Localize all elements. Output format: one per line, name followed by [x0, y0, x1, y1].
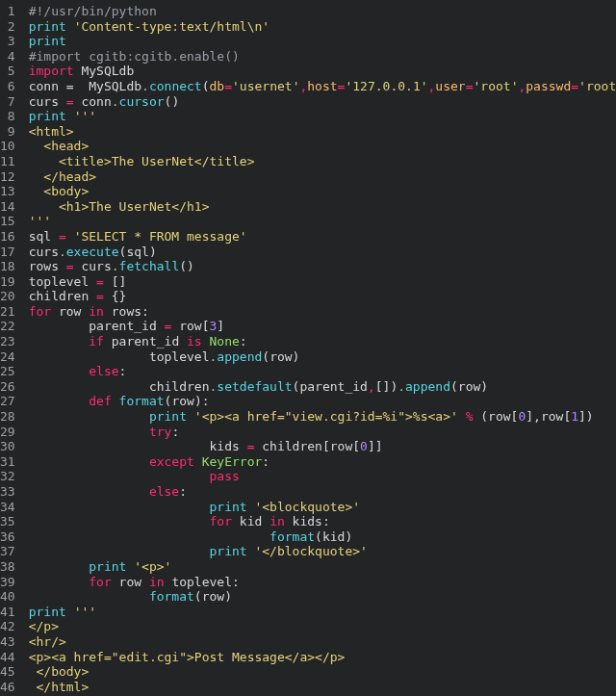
code-line[interactable]: print '<blockquote>' [29, 500, 616, 515]
line-number: 42 [0, 619, 15, 634]
code-editor[interactable]: 1234567891011121314151617181920212223242… [0, 0, 616, 696]
line-number: 4 [0, 49, 15, 64]
code-line[interactable]: else: [29, 364, 616, 379]
code-line[interactable]: if parent_id is None: [29, 334, 616, 349]
line-number: 19 [0, 274, 15, 290]
line-number: 21 [0, 304, 15, 320]
code-line[interactable]: print '</blockquote>' [29, 544, 616, 559]
line-number: 27 [0, 394, 15, 409]
line-number: 38 [0, 559, 15, 575]
code-line[interactable]: <h1>The UserNet</h1> [29, 199, 616, 215]
line-number: 32 [0, 469, 15, 484]
line-number: 13 [0, 184, 15, 199]
code-line[interactable]: conn = MySQLdb.connect(db='usernet',host… [29, 79, 616, 94]
code-line[interactable]: import MySQLdb [29, 64, 616, 79]
line-number: 11 [0, 154, 15, 169]
line-number: 6 [0, 79, 15, 94]
line-number: 44 [0, 650, 15, 665]
line-number: 33 [0, 484, 15, 500]
line-number: 14 [0, 199, 15, 215]
line-number: 31 [0, 454, 15, 470]
line-number: 18 [0, 259, 15, 274]
code-line[interactable]: curs.execute(sql) [29, 245, 616, 260]
line-number: 28 [0, 409, 15, 425]
code-line[interactable]: children.setdefault(parent_id,[]).append… [29, 379, 616, 395]
line-number: 8 [0, 109, 15, 124]
line-number: 30 [0, 439, 15, 454]
line-number: 40 [0, 589, 15, 605]
code-line[interactable]: </body> [29, 664, 616, 680]
code-line[interactable]: parent_id = row[3] [29, 319, 616, 334]
code-line[interactable]: children = {} [29, 289, 616, 304]
line-number: 37 [0, 544, 15, 559]
code-line[interactable]: #!/usr/bin/python [29, 4, 616, 19]
line-number: 9 [0, 124, 15, 140]
line-number: 34 [0, 500, 15, 515]
line-number: 1 [0, 4, 15, 19]
code-line[interactable]: toplevel.append(row) [29, 349, 616, 365]
line-number: 20 [0, 289, 15, 304]
code-line[interactable]: rows = curs.fetchall() [29, 259, 616, 274]
code-line[interactable]: for row in toplevel: [29, 575, 616, 590]
code-line[interactable]: format(row) [29, 589, 616, 605]
code-line[interactable]: print 'Content-type:text/html\n' [29, 19, 616, 35]
line-number: 16 [0, 229, 15, 245]
line-number: 29 [0, 425, 15, 440]
line-number: 2 [0, 19, 15, 35]
line-number: 5 [0, 64, 15, 79]
code-line[interactable]: </head> [29, 169, 616, 185]
code-line[interactable]: kids = children[row[0]] [29, 439, 616, 454]
line-number: 15 [0, 214, 15, 229]
line-number: 17 [0, 245, 15, 260]
code-line[interactable]: curs = conn.cursor() [29, 94, 616, 110]
line-number: 24 [0, 349, 15, 365]
line-number: 22 [0, 319, 15, 334]
code-line[interactable]: sql = 'SELECT * FROM message' [29, 229, 616, 245]
code-line[interactable]: toplevel = [] [29, 274, 616, 290]
line-number: 45 [0, 664, 15, 680]
line-number: 36 [0, 529, 15, 545]
code-line[interactable]: print [29, 34, 616, 49]
code-line[interactable]: <title>The UserNet</title> [29, 154, 616, 169]
line-number: 35 [0, 514, 15, 529]
code-line[interactable]: print '<p>' [29, 559, 616, 575]
line-number: 39 [0, 575, 15, 590]
code-line[interactable]: print ''' [29, 605, 616, 620]
line-number: 7 [0, 94, 15, 110]
code-line[interactable]: </html> [29, 680, 616, 695]
line-number: 25 [0, 364, 15, 379]
code-line[interactable]: print '<p><a href="view.cgi?id=%i">%s<a>… [29, 409, 616, 425]
line-number-gutter: 1234567891011121314151617181920212223242… [0, 0, 21, 696]
line-number: 41 [0, 605, 15, 620]
code-line[interactable]: print ''' [29, 109, 616, 124]
code-line[interactable]: format(kid) [29, 529, 616, 545]
code-line[interactable]: for kid in kids: [29, 514, 616, 529]
code-line[interactable]: try: [29, 425, 616, 440]
line-number: 46 [0, 680, 15, 695]
code-line[interactable]: ''' [29, 214, 616, 229]
line-number: 26 [0, 379, 15, 395]
line-number: 43 [0, 634, 15, 650]
code-line[interactable]: pass [29, 469, 616, 484]
code-line[interactable]: except KeyError: [29, 454, 616, 470]
code-line[interactable]: else: [29, 484, 616, 500]
code-line[interactable]: #import cgitb:cgitb.enable() [29, 49, 616, 64]
line-number: 12 [0, 169, 15, 185]
line-number: 3 [0, 34, 15, 49]
line-number: 10 [0, 139, 15, 154]
code-line[interactable]: <head> [29, 139, 616, 154]
code-line[interactable]: <html> [29, 124, 616, 140]
line-number: 23 [0, 334, 15, 349]
code-line[interactable]: def format(row): [29, 394, 616, 409]
code-line[interactable]: <body> [29, 184, 616, 199]
code-line[interactable]: for row in rows: [29, 304, 616, 320]
code-line[interactable]: <p><a href="edit.cgi">Post Message</a></… [29, 650, 616, 665]
code-line[interactable]: </p> [29, 619, 616, 634]
code-area[interactable]: #!/usr/bin/pythonprint 'Content-type:tex… [21, 0, 616, 696]
code-line[interactable]: <hr/> [29, 634, 616, 650]
